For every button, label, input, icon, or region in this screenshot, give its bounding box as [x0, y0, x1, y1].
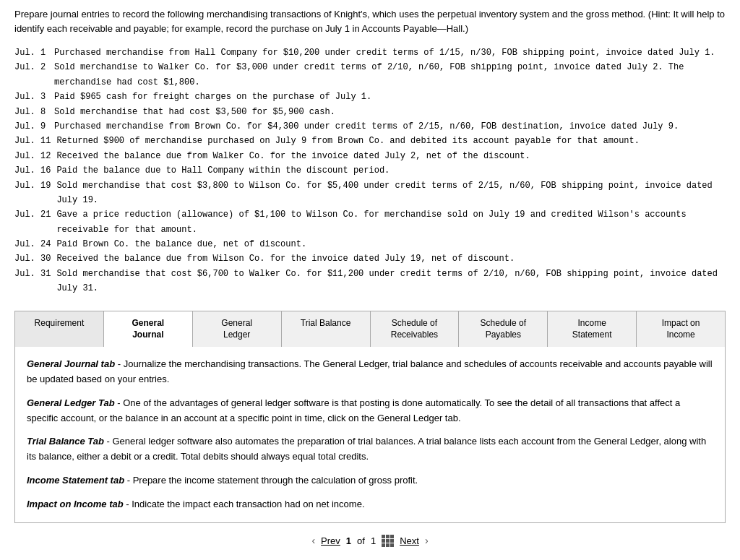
transactions-list: Jul. 1Purchased merchandise from Hall Co… — [14, 46, 726, 296]
tx-label: Jul. 21 — [14, 207, 56, 237]
tx-label: Jul. 3 — [14, 90, 54, 104]
next-arrow-icon[interactable]: › — [425, 535, 429, 546]
pagination: ‹ Prev 1 of 1 Next › — [14, 535, 726, 547]
tx-content: Gave a price reduction (allowance) of $1… — [56, 207, 726, 237]
info-paragraph-1: General Ledger Tab - One of the advantag… — [27, 396, 713, 426]
grid-icon[interactable] — [382, 535, 394, 547]
tab-impact-income[interactable]: Impact on Income — [637, 311, 725, 348]
tx-content: Sold merchandise that had cost $3,500 fo… — [54, 105, 726, 119]
tx-label: Jul. 8 — [14, 105, 54, 119]
total-pages: 1 — [371, 535, 376, 546]
tabs-row: RequirementGeneral JournalGeneral Ledger… — [14, 311, 726, 348]
of-label: of — [357, 535, 365, 546]
info-paragraph-0: General Journal tab - Journalize the mer… — [27, 357, 713, 387]
tx-label: Jul. 11 — [14, 134, 56, 148]
info-bold-italic-3: Income Statement tab — [27, 475, 124, 486]
prev-arrow-icon[interactable]: ‹ — [311, 535, 315, 546]
info-paragraph-2: Trial Balance Tab - General ledger softw… — [27, 434, 713, 465]
info-box: General Journal tab - Journalize the mer… — [14, 347, 726, 522]
transaction-item: Jul. 3Paid $965 cash for freight charges… — [14, 90, 726, 104]
transaction-item: Jul. 1Purchased merchandise from Hall Co… — [14, 46, 726, 60]
info-rest-0: - Journalize the merchandising transacti… — [27, 358, 713, 384]
transaction-item: Jul. 2Sold merchandise to Walker Co. for… — [14, 60, 726, 90]
info-bold-italic-1: General Ledger Tab — [27, 397, 115, 408]
tx-content: Paid the balance due to Hall Company wit… — [56, 163, 726, 178]
tx-label: Jul. 24 — [14, 237, 56, 251]
transaction-item: Jul. 9Purchased merchandise from Brown C… — [14, 119, 726, 134]
prev-button[interactable]: Prev — [321, 535, 340, 546]
tx-content: Paid Brown Co. the balance due, net of d… — [56, 237, 726, 251]
tx-label: Jul. 12 — [14, 149, 56, 163]
info-bold-italic-2: Trial Balance Tab — [27, 436, 104, 447]
info-bold-italic-0: General Journal tab — [27, 358, 115, 369]
tx-content: Received the balance due from Wilson Co.… — [56, 251, 726, 266]
tx-label: Jul. 16 — [14, 163, 56, 178]
info-paragraph-4: Impact on Income tab - Indicate the impa… — [27, 497, 713, 512]
transaction-item: Jul. 19Sold merchandise that cost $3,800… — [14, 178, 726, 208]
current-page: 1 — [346, 535, 351, 546]
tx-content: Paid $965 cash for freight charges on th… — [54, 90, 726, 104]
tx-label: Jul. 9 — [14, 119, 54, 134]
tx-label: Jul. 2 — [14, 60, 54, 90]
tx-content: Received the balance due from Walker Co.… — [56, 149, 726, 163]
transaction-item: Jul. 11Returned $900 of merchandise purc… — [14, 134, 726, 148]
tx-label: Jul. 31 — [14, 267, 56, 296]
info-rest-3: - Prepare the income statement through t… — [124, 475, 418, 486]
info-paragraph-3: Income Statement tab - Prepare the incom… — [27, 473, 713, 488]
tx-label: Jul. 1 — [14, 46, 54, 60]
tx-content: Purchased merchandise from Hall Company … — [54, 46, 726, 60]
next-button[interactable]: Next — [400, 535, 419, 546]
tx-content: Sold merchandise that cost $6,700 to Wal… — [56, 267, 726, 296]
transaction-item: Jul. 24Paid Brown Co. the balance due, n… — [14, 237, 726, 251]
transaction-item: Jul. 12Received the balance due from Wal… — [14, 149, 726, 163]
transaction-item: Jul. 21Gave a price reduction (allowance… — [14, 207, 726, 237]
transaction-item: Jul. 16Paid the balance due to Hall Comp… — [14, 163, 726, 178]
tx-content: Returned $900 of merchandise purchased o… — [56, 134, 726, 148]
tab-general-journal[interactable]: General Journal — [104, 311, 193, 348]
tab-schedule-receivables[interactable]: Schedule of Receivables — [371, 311, 460, 348]
info-rest-2: - General ledger software also automates… — [27, 436, 706, 462]
transaction-item: Jul. 8Sold merchandise that had cost $3,… — [14, 105, 726, 119]
tx-content: Purchased merchandise from Brown Co. for… — [54, 119, 726, 134]
tab-trial-balance[interactable]: Trial Balance — [282, 311, 371, 348]
transaction-item: Jul. 31Sold merchandise that cost $6,700… — [14, 267, 726, 296]
info-rest-1: - One of the advantages of general ledge… — [27, 397, 680, 423]
tx-content: Sold merchandise that cost $3,800 to Wil… — [56, 178, 726, 208]
tx-label: Jul. 30 — [14, 251, 56, 266]
tab-schedule-payables[interactable]: Schedule of Payables — [459, 311, 548, 348]
tx-content: Sold merchandise to Walker Co. for $3,00… — [54, 60, 726, 90]
tab-general-ledger[interactable]: General Ledger — [193, 311, 282, 348]
tx-label: Jul. 19 — [14, 178, 56, 208]
tab-income-statement[interactable]: Income Statement — [548, 311, 637, 348]
info-bold-italic-4: Impact on Income tab — [27, 499, 124, 509]
info-rest-4: - Indicate the impact each transaction h… — [124, 499, 365, 509]
tab-requirement[interactable]: Requirement — [15, 311, 104, 348]
transaction-item: Jul. 30Received the balance due from Wil… — [14, 251, 726, 266]
intro-paragraph: Prepare journal entries to record the fo… — [14, 7, 726, 35]
